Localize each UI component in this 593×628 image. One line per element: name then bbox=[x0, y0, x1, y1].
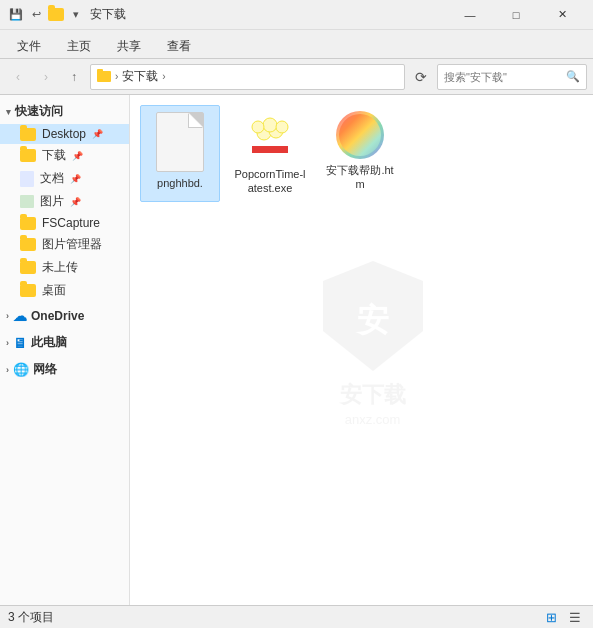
folder-icon bbox=[20, 217, 36, 230]
tab-home[interactable]: 主页 bbox=[54, 34, 104, 58]
onedrive-header[interactable]: › ☁ OneDrive bbox=[0, 304, 129, 328]
sidebar-label-desktop: Desktop bbox=[42, 127, 86, 141]
search-input[interactable] bbox=[444, 71, 562, 83]
file-item-2[interactable]: PopcornTime-latest.exe bbox=[230, 105, 310, 202]
quick-access-label: 快速访问 bbox=[15, 103, 63, 120]
view-controls: ⊞ ☰ bbox=[541, 608, 585, 628]
dropdown-icon[interactable]: ▾ bbox=[68, 7, 84, 23]
chevron-icon: › bbox=[6, 338, 9, 348]
svg-text:安: 安 bbox=[355, 302, 389, 338]
pin-icon: 📌 bbox=[92, 129, 103, 139]
maximize-button[interactable]: □ bbox=[493, 0, 539, 30]
refresh-button[interactable]: ⟳ bbox=[409, 65, 433, 89]
sidebar-label-fscapture: FSCapture bbox=[42, 216, 100, 230]
chevron-icon: ▾ bbox=[6, 107, 11, 117]
svg-point-9 bbox=[252, 121, 264, 133]
quick-access-section: ▾ 快速访问 Desktop 📌 下载 📌 文档 📌 图片 📌 bbox=[0, 99, 129, 302]
file-name-2: PopcornTime-latest.exe bbox=[234, 167, 306, 196]
network-label: 网络 bbox=[33, 361, 57, 378]
svg-point-10 bbox=[276, 121, 288, 133]
sidebar-item-fscapture[interactable]: FSCapture bbox=[0, 213, 129, 233]
quick-access-header[interactable]: ▾ 快速访问 bbox=[0, 99, 129, 124]
content-area: 安 安下载 anxz.com pnghhbd. bbox=[130, 95, 593, 605]
popcorn-icon bbox=[244, 111, 296, 163]
up-button[interactable]: ↑ bbox=[62, 65, 86, 89]
ribbon-tabs: 文件 主页 共享 查看 bbox=[0, 30, 593, 58]
pc-icon: 🖥 bbox=[13, 335, 27, 351]
minimize-button[interactable]: — bbox=[447, 0, 493, 30]
folder-icon bbox=[20, 261, 36, 274]
sidebar: ▾ 快速访问 Desktop 📌 下载 📌 文档 📌 图片 📌 bbox=[0, 95, 130, 605]
sidebar-item-imgmgr[interactable]: 图片管理器 bbox=[0, 233, 129, 256]
pin-icon: 📌 bbox=[72, 151, 83, 161]
sidebar-item-unsent[interactable]: 未上传 bbox=[0, 256, 129, 279]
sidebar-label-download: 下载 bbox=[42, 147, 66, 164]
watermark-sub: anxz.com bbox=[345, 412, 401, 427]
close-button[interactable]: ✕ bbox=[539, 0, 585, 30]
sidebar-label-unsent: 未上传 bbox=[42, 259, 78, 276]
file-item-3[interactable]: 安下载帮助.htm bbox=[320, 105, 400, 202]
address-path[interactable]: › 安下载 › bbox=[90, 64, 405, 90]
pin-icon: 📌 bbox=[70, 174, 81, 184]
sidebar-item-docs[interactable]: 文档 📌 bbox=[0, 167, 129, 190]
folder-icon bbox=[20, 128, 36, 141]
tab-view[interactable]: 查看 bbox=[154, 34, 204, 58]
file-item-1[interactable]: pnghhbd. bbox=[140, 105, 220, 202]
file-name-1: pnghhbd. bbox=[157, 176, 203, 190]
window-controls: — □ ✕ bbox=[447, 0, 585, 30]
onedrive-section: › ☁ OneDrive bbox=[0, 304, 129, 328]
sidebar-item-desktop[interactable]: Desktop 📌 bbox=[0, 124, 129, 144]
thispc-label: 此电脑 bbox=[31, 334, 67, 351]
thispc-header[interactable]: › 🖥 此电脑 bbox=[0, 330, 129, 355]
folder-icon bbox=[20, 284, 36, 297]
folder-icon bbox=[48, 8, 64, 21]
save-icon[interactable]: 💾 bbox=[8, 7, 24, 23]
list-view-button[interactable]: ☰ bbox=[565, 608, 585, 628]
watermark: 安 安下载 anxz.com bbox=[318, 256, 428, 427]
path-label: 安下载 bbox=[122, 68, 158, 85]
tab-share[interactable]: 共享 bbox=[104, 34, 154, 58]
sidebar-item-download[interactable]: 下载 📌 bbox=[0, 144, 129, 167]
onedrive-label: OneDrive bbox=[31, 309, 84, 323]
search-box[interactable]: 🔍 bbox=[437, 64, 587, 90]
search-icon: 🔍 bbox=[566, 70, 580, 83]
img-icon bbox=[20, 195, 34, 208]
network-header[interactable]: › 🌐 网络 bbox=[0, 357, 129, 382]
help-file-icon bbox=[336, 111, 384, 159]
pin-icon: 📌 bbox=[70, 197, 81, 207]
window-title: 安下载 bbox=[90, 6, 126, 23]
forward-button[interactable]: › bbox=[34, 65, 58, 89]
files-grid: pnghhbd. bbox=[140, 105, 583, 202]
back-button[interactable]: ‹ bbox=[6, 65, 30, 89]
watermark-text: 安下载 bbox=[340, 380, 406, 410]
sidebar-label-docs: 文档 bbox=[40, 170, 64, 187]
main-area: ▾ 快速访问 Desktop 📌 下载 📌 文档 📌 图片 📌 bbox=[0, 95, 593, 605]
status-bar: 3 个项目 ⊞ ☰ bbox=[0, 605, 593, 628]
network-icon: 🌐 bbox=[13, 362, 29, 377]
title-bar-left: 💾 ↩ ▾ 安下载 bbox=[8, 6, 126, 23]
item-count: 3 个项目 bbox=[8, 609, 54, 626]
tab-file[interactable]: 文件 bbox=[4, 34, 54, 58]
title-bar-icons: 💾 ↩ ▾ bbox=[8, 7, 84, 23]
title-bar: 💾 ↩ ▾ 安下载 — □ ✕ bbox=[0, 0, 593, 30]
file-name-3: 安下载帮助.htm bbox=[324, 163, 396, 192]
folder-icon bbox=[20, 238, 36, 251]
svg-rect-4 bbox=[252, 146, 288, 153]
svg-rect-5 bbox=[252, 153, 288, 161]
svg-rect-3 bbox=[252, 139, 288, 146]
undo-icon[interactable]: ↩ bbox=[28, 7, 44, 23]
sidebar-label-desktop2: 桌面 bbox=[42, 282, 66, 299]
ribbon: 文件 主页 共享 查看 bbox=[0, 30, 593, 59]
sidebar-item-pics[interactable]: 图片 📌 bbox=[0, 190, 129, 213]
path-separator: › bbox=[115, 71, 118, 82]
svg-marker-0 bbox=[323, 261, 423, 371]
path-end-arrow: › bbox=[162, 71, 165, 82]
thispc-section: › 🖥 此电脑 bbox=[0, 330, 129, 355]
folder-icon bbox=[20, 149, 36, 162]
sidebar-label-imgmgr: 图片管理器 bbox=[42, 236, 102, 253]
grid-view-button[interactable]: ⊞ bbox=[541, 608, 561, 628]
svg-point-8 bbox=[263, 118, 277, 132]
cloud-icon: ☁ bbox=[13, 308, 27, 324]
sidebar-item-desktop2[interactable]: 桌面 bbox=[0, 279, 129, 302]
path-folder-icon bbox=[97, 71, 111, 82]
